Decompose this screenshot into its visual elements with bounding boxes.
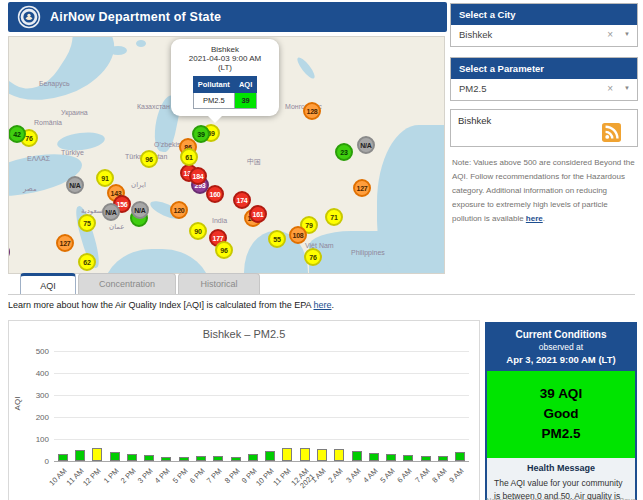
city-caret-icon[interactable]: ▼ bbox=[624, 31, 630, 37]
water-arabian-sea bbox=[103, 249, 211, 274]
aqi-station-marker[interactable]: 75 bbox=[78, 214, 96, 232]
app-header: AirNow Department of State bbox=[8, 2, 447, 32]
aqi-station-marker[interactable]: 61 bbox=[180, 148, 198, 166]
aqi-category: Good bbox=[487, 404, 635, 424]
aqi-station-marker[interactable]: 127 bbox=[56, 234, 74, 252]
aqi-station-marker[interactable]: 160 bbox=[206, 185, 224, 203]
health-message-title: Health Message bbox=[494, 463, 628, 473]
chart-y-tick: 0 bbox=[23, 457, 49, 466]
map-country-label: Türkiye bbox=[61, 149, 84, 156]
chart-gridline bbox=[54, 417, 469, 418]
aqi-station-marker[interactable]: 71 bbox=[325, 208, 343, 226]
aqi-station-marker[interactable]: 76 bbox=[304, 248, 322, 266]
water-lake-1 bbox=[109, 46, 127, 55]
sidebar-note: Note: Values above 500 are considered Be… bbox=[452, 156, 636, 226]
chart-y-axis-label: AQI bbox=[13, 397, 22, 411]
aqi-station-marker[interactable]: 96 bbox=[215, 241, 233, 259]
chart-bar bbox=[282, 448, 292, 461]
chart-bar bbox=[300, 448, 310, 461]
map-country-label: ايران bbox=[131, 181, 146, 189]
aqi-station-marker[interactable]: 39 bbox=[192, 125, 210, 143]
map-country-label: Казахстан bbox=[137, 103, 170, 110]
chart-bar bbox=[161, 457, 171, 461]
chart-y-tick: 500 bbox=[23, 347, 49, 356]
popup-pointer bbox=[207, 115, 223, 123]
map-country-label: România bbox=[34, 119, 62, 126]
chart-bar bbox=[75, 450, 85, 461]
parameter-select-input[interactable]: PM2.5 × ▼ bbox=[451, 79, 637, 100]
aqi-station-marker[interactable]: 161 bbox=[249, 205, 267, 223]
chart-bar bbox=[352, 451, 362, 461]
state-department-seal-icon bbox=[17, 5, 41, 29]
parameter-caret-icon[interactable]: ▼ bbox=[624, 85, 630, 91]
water-pacific bbox=[377, 125, 445, 274]
sidebar-note-link[interactable]: here bbox=[526, 214, 543, 223]
aqi-station-marker[interactable]: 23 bbox=[335, 143, 353, 161]
chart-bar bbox=[231, 457, 241, 461]
aqi-station-marker[interactable]: 174 bbox=[233, 191, 251, 209]
learn-more-prefix: Learn more about how the Air Quality Ind… bbox=[8, 300, 314, 310]
map-country-label: Philippines bbox=[351, 249, 385, 256]
aqi-station-marker[interactable]: 184 bbox=[189, 167, 207, 185]
chart-gridline bbox=[54, 395, 469, 396]
popup-col-aqi: AQI bbox=[234, 77, 256, 93]
city-select-value: Bishkek bbox=[459, 29, 492, 40]
aqi-station-marker[interactable]: N/A bbox=[66, 176, 84, 194]
popup-aqi-value: 39 bbox=[234, 93, 256, 109]
chart-bar bbox=[179, 457, 189, 461]
city-clear-icon[interactable]: × bbox=[607, 29, 613, 40]
chart-bar bbox=[196, 456, 206, 461]
map-country-label: Украина bbox=[61, 109, 88, 116]
aqi-station-marker[interactable]: 62 bbox=[78, 253, 96, 271]
chart-bar bbox=[386, 454, 396, 461]
map-country-label: 中国 bbox=[247, 157, 261, 167]
map-country-label: Беларусь bbox=[39, 80, 70, 87]
tabs-divider bbox=[8, 294, 635, 295]
aqi-station-marker[interactable]: 42 bbox=[8, 125, 26, 143]
aqi-station-marker[interactable]: 120 bbox=[170, 201, 188, 219]
aqi-station-marker[interactable]: 127 bbox=[353, 179, 371, 197]
aqi-station-marker[interactable]: 90 bbox=[189, 222, 207, 240]
tab-aqi[interactable]: AQI bbox=[20, 273, 76, 294]
aqi-station-marker[interactable]: N/A bbox=[357, 136, 375, 154]
parameter-select-label: Select a Parameter bbox=[451, 58, 637, 79]
aqi-world-map[interactable]: БеларусьУкраинаRomâniaΕΛΛΑΣTürkiyeКазахс… bbox=[8, 36, 445, 274]
chart-bar bbox=[144, 455, 154, 461]
popup-city: Bishkek bbox=[176, 45, 274, 54]
water-lake-2 bbox=[136, 40, 146, 47]
map-country-label: ΕΛΛΑΣ bbox=[27, 155, 50, 162]
popup-pollutant-value: PM2.5 bbox=[193, 93, 234, 109]
chart-bar bbox=[248, 454, 258, 461]
chart-bar bbox=[213, 456, 223, 462]
city-feed-box: Bishkek bbox=[450, 109, 638, 147]
chart-y-tick: 200 bbox=[23, 413, 49, 422]
aqi-station-marker[interactable]: 55 bbox=[268, 230, 286, 248]
tab-concentration[interactable]: Concentration bbox=[78, 273, 176, 294]
popup-timezone: (LT) bbox=[176, 63, 274, 72]
city-select-input[interactable]: Bishkek × ▼ bbox=[451, 25, 637, 46]
chart-gridline bbox=[54, 373, 469, 374]
chart-bar bbox=[265, 451, 275, 461]
water-lake-baikal bbox=[295, 55, 317, 80]
learn-more-link[interactable]: here bbox=[314, 300, 332, 310]
chart-bar bbox=[421, 456, 431, 462]
popup-datetime: 2021-04-03 9:00 AM bbox=[176, 54, 274, 63]
map-country-label: عمان bbox=[109, 223, 125, 231]
aqi-station-marker[interactable]: 108 bbox=[289, 226, 307, 244]
aqi-station-marker[interactable]: 96 bbox=[140, 150, 158, 168]
map-country-label: مصر bbox=[23, 185, 37, 193]
aqi-station-marker[interactable]: N/A bbox=[131, 201, 149, 219]
learn-more-text: Learn more about how the Air Quality Ind… bbox=[8, 300, 334, 310]
rss-icon[interactable] bbox=[602, 123, 621, 142]
aqi-station-marker[interactable]: N/A bbox=[102, 203, 120, 221]
aqi-station-marker[interactable]: 128 bbox=[303, 102, 321, 120]
city-select-box: Select a City Bishkek × ▼ bbox=[450, 3, 638, 47]
aqi-station-marker[interactable]: 284 bbox=[8, 243, 10, 261]
sidebar-note-suffix: . bbox=[543, 214, 545, 223]
chart-bar bbox=[110, 452, 120, 461]
aqi-value: 39 AQI bbox=[487, 384, 635, 404]
current-conditions-header: Current Conditions observed at Apr 3, 20… bbox=[487, 324, 635, 371]
tab-historical[interactable]: Historical bbox=[178, 273, 260, 294]
chart-bar bbox=[58, 454, 68, 461]
parameter-clear-icon[interactable]: × bbox=[607, 83, 613, 94]
